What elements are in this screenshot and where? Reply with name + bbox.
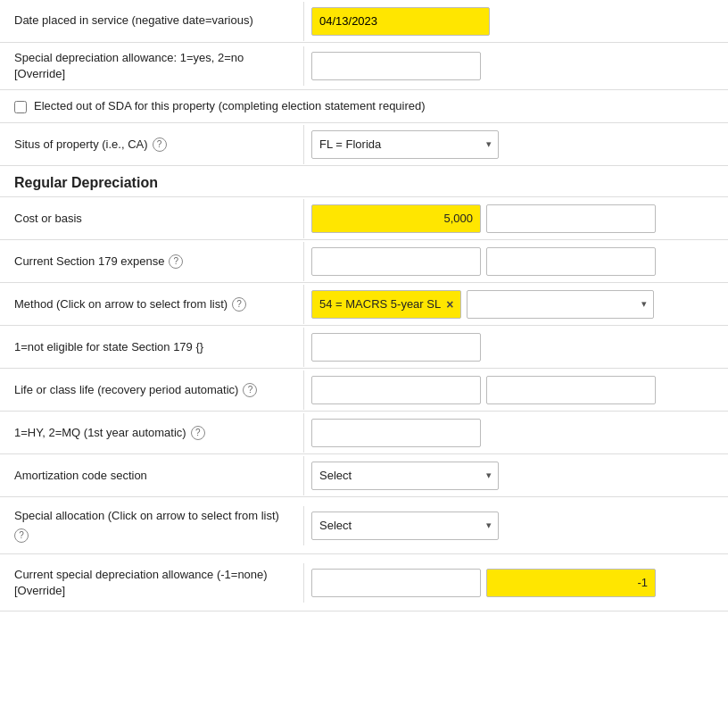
section-179-input-col <box>303 242 728 281</box>
special-depreciation-input-col <box>303 46 728 86</box>
situs-select[interactable]: FL = Florida <box>311 130 499 159</box>
section-179-help-icon[interactable]: ? <box>169 254 183 269</box>
amortization-select[interactable]: Select <box>311 462 499 490</box>
current-special-label: Current special depreciation allowance (… <box>0 560 303 606</box>
special-depreciation-row: Special depreciation allowance: 1=yes, 2… <box>0 43 728 90</box>
method-tag: 54 = MACRS 5-year SL × <box>311 290 461 319</box>
date-placed-row: Date placed in service (negative date=va… <box>0 0 728 43</box>
elected-sda-row: Elected out of SDA for this property (co… <box>0 90 728 123</box>
cost-basis-input-col <box>303 199 728 238</box>
regular-depreciation-header: Regular Depreciation <box>0 166 728 197</box>
cost-basis-input[interactable] <box>311 204 481 233</box>
not-eligible-input-col <box>303 328 728 367</box>
life-class-input[interactable] <box>311 376 481 404</box>
situs-row: Situs of property (i.e., CA) ? FL = Flor… <box>0 123 728 166</box>
special-depreciation-input[interactable] <box>311 52 481 80</box>
current-special-input[interactable] <box>311 569 481 597</box>
amortization-label: Amortization code section <box>0 461 303 491</box>
method-help-icon[interactable]: ? <box>232 297 246 312</box>
current-special-row: Current special depreciation allowance (… <box>0 554 728 611</box>
method-input-col: 54 = MACRS 5-year SL × ▾ <box>303 285 728 324</box>
cost-basis-label: Cost or basis <box>0 204 303 234</box>
amortization-select-wrapper: Select ▾ <box>311 462 499 490</box>
not-eligible-input[interactable] <box>311 333 481 362</box>
situs-help-icon[interactable]: ? <box>153 137 167 152</box>
hy-mq-label: 1=HY, 2=MQ (1st year automatic) ? <box>0 418 303 448</box>
situs-select-wrapper: FL = Florida ▾ <box>311 130 499 159</box>
section-179-row: Current Section 179 expense ? <box>0 240 728 283</box>
special-allocation-help-icon[interactable]: ? <box>14 528 29 543</box>
special-allocation-select-wrapper: Select ▾ <box>311 512 499 540</box>
method-tag-label: 54 = MACRS 5-year SL <box>319 297 441 311</box>
special-allocation-input-col: Select ▾ <box>303 506 728 545</box>
special-allocation-label: Special allocation (Click on arrow to se… <box>0 501 303 550</box>
current-special-alt-input[interactable] <box>486 569 656 597</box>
cost-basis-alt-input[interactable] <box>486 204 656 233</box>
section-179-input[interactable] <box>311 247 481 276</box>
life-class-row: Life or class life (recovery period auto… <box>0 369 728 412</box>
special-allocation-row: Special allocation (Click on arrow to se… <box>0 497 728 554</box>
hy-mq-help-icon[interactable]: ? <box>191 426 205 440</box>
hy-mq-row: 1=HY, 2=MQ (1st year automatic) ? <box>0 412 728 454</box>
elected-sda-checkbox[interactable] <box>14 101 27 113</box>
not-eligible-row: 1=not eligible for state Section 179 {} <box>0 326 728 369</box>
section-179-alt-input[interactable] <box>486 247 656 276</box>
special-depreciation-label: Special depreciation allowance: 1=yes, 2… <box>0 43 303 89</box>
special-allocation-select[interactable]: Select <box>311 512 499 540</box>
situs-input-col: FL = Florida ▾ <box>303 125 728 164</box>
section-179-label: Current Section 179 expense ? <box>0 246 303 277</box>
hy-mq-input[interactable] <box>311 419 481 447</box>
life-class-label: Life or class life (recovery period auto… <box>0 375 303 405</box>
not-eligible-label: 1=not eligible for state Section 179 {} <box>0 332 303 362</box>
situs-label: Situs of property (i.e., CA) ? <box>0 129 303 160</box>
method-label: Method (Click on arrow to select from li… <box>0 289 303 320</box>
amortization-input-col: Select ▾ <box>303 456 728 495</box>
method-select[interactable] <box>467 290 654 319</box>
method-row: Method (Click on arrow to select from li… <box>0 283 728 326</box>
cost-basis-row: Cost or basis <box>0 197 728 240</box>
date-placed-input[interactable] <box>311 7 490 36</box>
date-placed-label: Date placed in service (negative date=va… <box>0 5 303 36</box>
method-tag-remove[interactable]: × <box>446 298 453 311</box>
hy-mq-input-col <box>303 413 728 453</box>
date-placed-input-col <box>303 2 728 41</box>
life-class-help-icon[interactable]: ? <box>243 383 257 397</box>
life-class-alt-input[interactable] <box>486 376 656 404</box>
current-special-input-col <box>303 563 728 603</box>
method-select-wrapper: ▾ <box>467 290 654 319</box>
amortization-row: Amortization code section Select ▾ <box>0 454 728 497</box>
life-class-input-col <box>303 370 728 410</box>
